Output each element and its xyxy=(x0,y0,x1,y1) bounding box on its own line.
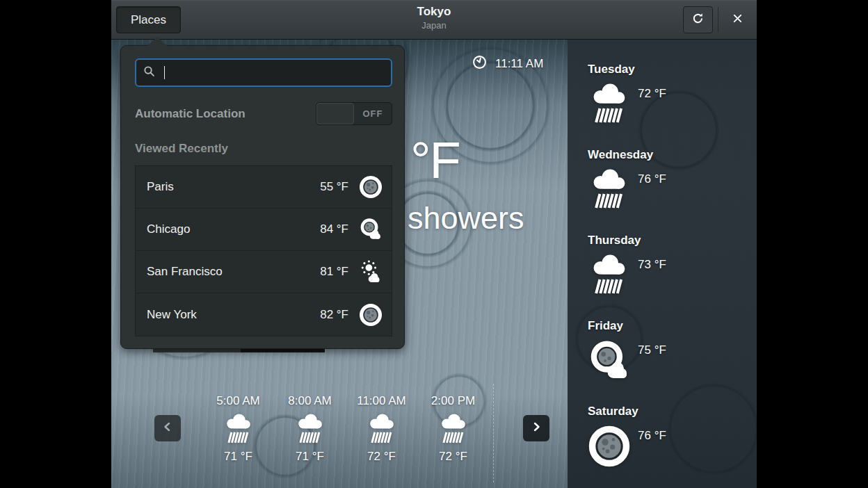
daily-forecast-item: Wednesday 76 °F xyxy=(588,148,757,234)
city-name: Chicago xyxy=(147,222,320,236)
day-label: Thursday xyxy=(588,234,757,247)
hourly-forecast-item: 2:00 PM 72 °F xyxy=(417,393,489,464)
weather-icon xyxy=(358,259,383,284)
weather-icon xyxy=(588,252,631,298)
switch-state-label: OFF xyxy=(354,103,392,124)
hourly-forecast: 5:00 AM 71 °F 8:00 AM xyxy=(202,393,489,464)
search-icon xyxy=(143,65,155,80)
places-popover: Automatic Location OFF Viewed Recently P… xyxy=(120,45,405,349)
city-temperature: 55 °F xyxy=(320,180,348,194)
close-icon xyxy=(732,13,743,26)
hourly-prev-button[interactable] xyxy=(154,415,181,441)
hour-label: 5:00 AM xyxy=(202,393,274,409)
header-separator xyxy=(718,7,718,33)
day-temperature: 76 °F xyxy=(638,172,666,186)
viewed-recently-heading: Viewed Recently xyxy=(135,142,228,156)
city-temperature: 81 °F xyxy=(320,265,348,279)
hour-label: 8:00 AM xyxy=(274,393,346,409)
hour-label: 11:00 AM xyxy=(346,393,417,409)
day-temperature: 72 °F xyxy=(638,87,666,101)
close-button[interactable] xyxy=(723,6,752,33)
city-name: New York xyxy=(147,308,320,322)
clock-icon xyxy=(472,55,487,72)
daily-forecast-item: Saturday 76 °F xyxy=(588,405,757,488)
city-temperature: 82 °F xyxy=(320,308,348,322)
weather-icon xyxy=(366,411,398,448)
chevron-right-icon xyxy=(530,421,542,436)
weather-icon xyxy=(437,411,469,448)
hourly-forecast-item: 8:00 AM 71 °F xyxy=(274,393,346,464)
daily-forecast-item: Friday 75 °F xyxy=(588,319,757,405)
current-time: 11:11 AM xyxy=(472,55,543,72)
daily-forecast-sidebar: Tuesday 72 °F Wednesday xyxy=(568,40,757,488)
search-entry[interactable] xyxy=(135,58,392,87)
hour-label: 2:00 PM xyxy=(417,393,489,409)
refresh-icon xyxy=(692,13,704,27)
weather-icon xyxy=(588,338,631,384)
popover-arrow xyxy=(147,37,167,46)
city-temperature: 84 °F xyxy=(320,222,348,236)
hourly-forecast-item: 11:00 AM 72 °F xyxy=(346,393,417,464)
day-label: Wednesday xyxy=(588,148,757,162)
weather-icon xyxy=(358,302,383,327)
day-label: Saturday xyxy=(588,405,757,418)
weather-icon xyxy=(588,81,631,127)
automatic-location-label: Automatic Location xyxy=(135,107,246,121)
window-title-block: Tokyo Japan xyxy=(111,5,757,31)
chevron-left-icon xyxy=(161,421,174,436)
current-time-label: 11:11 AM xyxy=(495,57,543,71)
weather-icon xyxy=(588,167,631,213)
switch-knob xyxy=(316,103,354,124)
day-label: Tuesday xyxy=(588,63,757,76)
city-list-item[interactable]: New York 82 °F xyxy=(136,293,392,336)
weather-icon xyxy=(358,174,383,200)
current-condition: showers xyxy=(408,200,524,236)
weather-icon xyxy=(588,423,631,469)
window-subtitle: Japan xyxy=(111,19,757,31)
hour-temperature: 71 °F xyxy=(274,449,346,464)
weather-icon xyxy=(294,411,326,448)
window-title: Tokyo xyxy=(111,5,757,19)
hourly-next-button[interactable] xyxy=(523,415,549,441)
weather-icon xyxy=(358,217,383,242)
hour-temperature: 72 °F xyxy=(417,449,489,464)
city-name: San Francisco xyxy=(147,265,320,279)
hour-temperature: 71 °F xyxy=(202,449,274,464)
city-list-item[interactable]: San Francisco 81 °F xyxy=(136,251,392,293)
automatic-location-switch[interactable]: OFF xyxy=(316,102,392,125)
places-button[interactable]: Places xyxy=(116,6,181,33)
text-caret xyxy=(164,66,165,79)
day-label: Friday xyxy=(588,319,757,333)
viewed-recently-list: Paris 55 °F Chicago 84 °F xyxy=(135,165,392,336)
day-temperature: 75 °F xyxy=(638,343,666,357)
refresh-button[interactable] xyxy=(683,6,713,33)
weather-app-window: Places Tokyo Japan xyxy=(111,0,757,488)
hourly-sidebar-divider xyxy=(493,384,494,482)
daily-forecast-item: Tuesday 72 °F xyxy=(588,63,757,148)
city-list-item[interactable]: Chicago 84 °F xyxy=(136,209,392,251)
hour-temperature: 72 °F xyxy=(346,449,417,464)
daily-forecast-item: Thursday 73 °F xyxy=(588,234,757,319)
hourly-forecast-item: 5:00 AM 71 °F xyxy=(202,393,274,464)
city-list-item[interactable]: Paris 55 °F xyxy=(136,166,392,209)
city-name: Paris xyxy=(147,180,320,194)
weather-icon xyxy=(223,411,255,448)
screen: Places Tokyo Japan xyxy=(0,0,868,488)
headerbar: Places Tokyo Japan xyxy=(111,0,757,40)
current-temperature-unit: °F xyxy=(410,131,460,190)
day-temperature: 76 °F xyxy=(638,429,666,443)
day-temperature: 73 °F xyxy=(638,258,666,272)
search-input[interactable] xyxy=(162,66,384,80)
